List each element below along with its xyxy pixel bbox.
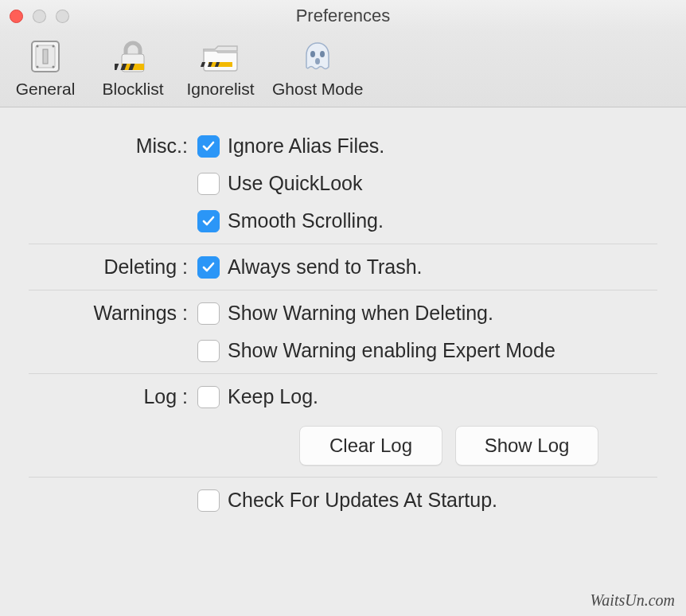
section-updates: Check For Updates At Startup. <box>29 477 657 523</box>
preferences-window: Preferences General <box>0 0 686 616</box>
close-button[interactable] <box>10 10 23 23</box>
section-warnings: Warnings : Show Warning when Deleting. S… <box>29 290 657 373</box>
section-log: Log : Keep Log. Clear Log Show Log <box>29 373 657 477</box>
tab-ghost-label: Ghost Mode <box>272 80 363 99</box>
option-warn-deleting-label: Show Warning when Deleting. <box>228 302 493 325</box>
svg-point-16 <box>310 51 315 57</box>
titlebar: Preferences <box>0 0 686 32</box>
checkbox-warn-deleting[interactable] <box>197 302 220 325</box>
option-ignore-alias-label: Ignore Alias Files. <box>228 135 384 158</box>
checkbox-check-updates[interactable] <box>197 489 220 512</box>
tab-blocklist[interactable]: Blocklist <box>97 37 169 99</box>
toolbar: General Blocklist <box>0 32 686 107</box>
window-title: Preferences <box>0 6 686 26</box>
option-keep-log[interactable]: Keep Log. <box>197 385 657 408</box>
clear-log-button[interactable]: Clear Log <box>299 426 442 466</box>
tab-general[interactable]: General <box>10 37 81 99</box>
tab-ignorelist-label: Ignorelist <box>186 80 254 99</box>
svg-rect-9 <box>115 64 119 70</box>
section-warnings-label: Warnings : <box>29 302 188 362</box>
option-warn-deleting[interactable]: Show Warning when Deleting. <box>197 302 657 325</box>
option-keep-log-label: Keep Log. <box>228 385 318 408</box>
svg-point-3 <box>37 45 39 48</box>
svg-point-6 <box>53 66 55 68</box>
ghost-icon <box>298 37 337 76</box>
option-always-trash-label: Always send to Trash. <box>228 255 423 279</box>
checkbox-smooth-scrolling[interactable] <box>197 210 220 232</box>
svg-point-4 <box>53 45 55 48</box>
tab-ignorelist[interactable]: Ignorelist <box>185 37 256 99</box>
minimize-button[interactable] <box>33 10 46 23</box>
content-area: Misc.: Ignore Alias Files. Use QuickLook <box>0 107 686 523</box>
option-ignore-alias[interactable]: Ignore Alias Files. <box>197 135 657 158</box>
section-misc-label: Misc.: <box>29 135 188 232</box>
tab-blocklist-label: Blocklist <box>102 80 163 99</box>
checkbox-warn-expert[interactable] <box>197 340 220 362</box>
option-use-quicklook-label: Use QuickLook <box>228 172 363 195</box>
checkbox-ignore-alias[interactable] <box>197 135 220 158</box>
option-check-updates-label: Check For Updates At Startup. <box>228 489 497 512</box>
section-deleting: Deleting : Always send to Trash. <box>29 244 657 290</box>
svg-rect-2 <box>43 49 48 64</box>
switch-icon <box>25 37 65 76</box>
section-misc: Misc.: Ignore Alias Files. Use QuickLook <box>29 123 657 244</box>
lock-icon <box>113 37 153 76</box>
checkbox-keep-log[interactable] <box>197 386 220 408</box>
tab-ghost-mode[interactable]: Ghost Mode <box>272 37 363 99</box>
svg-point-18 <box>315 58 320 64</box>
option-smooth-scrolling-label: Smooth Scrolling. <box>228 209 384 232</box>
tab-general-label: General <box>16 80 76 99</box>
checkbox-always-trash[interactable] <box>197 256 220 279</box>
zoom-button[interactable] <box>56 10 69 23</box>
checkbox-use-quicklook[interactable] <box>197 173 220 195</box>
section-deleting-label: Deleting : <box>29 255 188 279</box>
option-always-trash[interactable]: Always send to Trash. <box>197 255 657 279</box>
folder-icon <box>201 37 240 76</box>
option-warn-expert-label: Show Warning enabling Expert Mode <box>228 339 555 362</box>
section-log-label: Log : <box>29 385 188 466</box>
svg-point-17 <box>320 51 325 57</box>
option-smooth-scrolling[interactable]: Smooth Scrolling. <box>197 209 657 232</box>
svg-point-5 <box>37 66 39 68</box>
watermark: WaitsUn.com <box>591 591 675 610</box>
show-log-button[interactable]: Show Log <box>455 426 598 466</box>
option-use-quicklook[interactable]: Use QuickLook <box>197 172 657 195</box>
option-warn-expert[interactable]: Show Warning enabling Expert Mode <box>197 339 657 362</box>
option-check-updates[interactable]: Check For Updates At Startup. <box>197 489 657 512</box>
section-updates-label <box>29 489 188 512</box>
traffic-lights <box>10 10 69 23</box>
